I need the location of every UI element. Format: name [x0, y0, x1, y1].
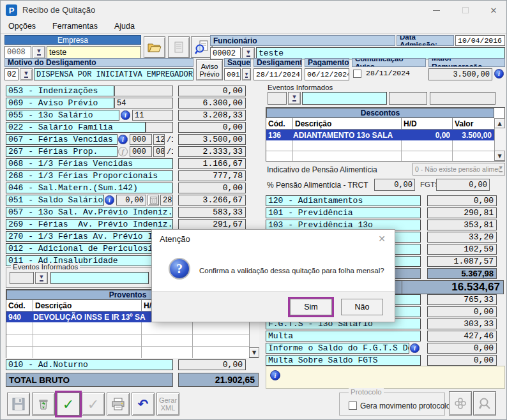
col-header-valor[interactable]: Valor [453, 118, 494, 130]
right-row-value[interactable]: 0,00 [427, 343, 497, 354]
event-value[interactable]: 777,78 [178, 170, 246, 181]
right-row-value[interactable]: 33,20 [427, 232, 497, 243]
event-field[interactable]: 11 [132, 110, 173, 121]
calendar-button[interactable] [148, 195, 159, 206]
formula-icon[interactable]: f [118, 147, 128, 156]
evento-desc-field[interactable] [302, 92, 387, 105]
event-value[interactable]: 1.166,67 [178, 158, 246, 169]
print-button[interactable] [107, 393, 130, 416]
event-field[interactable] [146, 122, 173, 133]
right-row-value[interactable]: 0,00 [427, 355, 497, 366]
event-field[interactable]: 000 [130, 146, 152, 157]
event-value[interactable]: 0,00 [178, 122, 246, 133]
menu-ajuda[interactable]: Ajuda [110, 20, 139, 33]
gerar-xml-button[interactable]: Gerar XML [156, 393, 179, 416]
validate-button[interactable]: ✓ [57, 393, 80, 416]
close-button[interactable]: ✕ [480, 1, 507, 20]
empty-cell[interactable] [142, 334, 193, 347]
empresa-name-field[interactable]: teste [47, 46, 141, 59]
motivo-code-field[interactable]: 02 [4, 68, 19, 80]
empty-cell[interactable] [193, 322, 249, 334]
desligamento-field[interactable]: 28/11/2024 [254, 68, 302, 80]
empty-cell[interactable] [266, 140, 293, 151]
maximize-button[interactable] [451, 1, 480, 20]
pensao-trct-field[interactable]: 0,00 [374, 179, 415, 191]
menu-opcoes[interactable]: Opções [4, 20, 40, 33]
right-row-value[interactable]: 1.087,57 [427, 256, 497, 267]
evento-code-field[interactable] [10, 272, 34, 284]
empresa-dropdown-button[interactable]: ▼ [33, 46, 45, 59]
empty-cell[interactable] [453, 140, 494, 151]
report-button[interactable] [168, 36, 190, 58]
event-field[interactable]: 28 [160, 195, 173, 206]
empty-cell[interactable] [142, 322, 193, 334]
evento-hd-field[interactable] [389, 92, 427, 105]
aviso-previo-button[interactable]: Aviso Prévio [196, 59, 223, 80]
empty-cell[interactable] [6, 322, 33, 334]
event-value[interactable]: 2.333,33 [178, 146, 246, 157]
event-field[interactable] [114, 86, 173, 96]
search-disabled-button[interactable] [473, 391, 496, 416]
event-field[interactable]: 000 [130, 134, 152, 145]
empty-cell[interactable] [193, 347, 249, 358]
maior-remuneracao-info-icon[interactable]: i [494, 69, 504, 79]
empty-cell[interactable] [33, 334, 142, 347]
delete-button[interactable] [32, 393, 55, 416]
right-row-value[interactable]: 303,33 [427, 319, 497, 329]
event-value[interactable]: 3.208,33 [178, 110, 246, 121]
empty-cell[interactable] [6, 334, 33, 347]
empty-cell[interactable] [402, 140, 453, 151]
info-icon[interactable]: i [105, 195, 114, 205]
right-row-value[interactable]: 353,81 [427, 220, 497, 230]
motivo-desc-field[interactable]: DISPENSA POR INICIATIVA EMPREGADOR [34, 68, 193, 80]
empty-cell[interactable] [402, 151, 453, 161]
fgts-percent-field[interactable]: 0,00 [436, 179, 490, 191]
protocolo-checkbox[interactable] [349, 401, 357, 410]
empty-cell[interactable] [33, 322, 142, 334]
event-value[interactable]: 3.266,67 [178, 195, 246, 206]
right-row-value[interactable]: 0,00 [427, 195, 497, 206]
evento-dropdown-button[interactable]: ▼ [288, 92, 301, 105]
right-row-value[interactable]: 427,46 [427, 331, 497, 341]
scroll-up-button[interactable]: ▲ [494, 118, 505, 128]
info-icon[interactable]: i [121, 110, 130, 120]
settings-button[interactable] [449, 391, 472, 416]
fgts-saldo-info-icon[interactable]: i [410, 343, 420, 353]
event-value[interactable]: 583,33 [178, 207, 246, 218]
saque-field[interactable]: 001 [224, 68, 241, 80]
empty-cell[interactable] [6, 347, 33, 358]
admissao-field[interactable]: 10/04/2016 [455, 35, 505, 46]
empty-cell[interactable] [142, 347, 193, 358]
info-icon[interactable]: i [118, 135, 128, 144]
dialog-no-button[interactable]: Não [341, 299, 383, 315]
event-field[interactable]: 0,00 [116, 195, 146, 206]
empty-cell[interactable] [33, 347, 142, 358]
search-record-button[interactable] [191, 36, 213, 58]
dialog-yes-button[interactable]: Sim [290, 299, 332, 315]
col-header-cod[interactable]: Cód. [266, 118, 293, 130]
motivo-dropdown-button[interactable]: ▼ [20, 68, 33, 80]
indicativo-pensao-select[interactable]: 0 - Não existe pensão alimentícia ▼ [412, 163, 505, 176]
right-row-value[interactable]: 102,59 [427, 244, 497, 255]
event-value[interactable]: 0,00 [178, 183, 246, 193]
right-row-value[interactable]: 0,00 [427, 306, 497, 317]
empresa-code-field[interactable]: 0008 [4, 46, 31, 59]
empty-cell[interactable] [293, 151, 402, 161]
col-header-cod[interactable]: Cód. [6, 300, 33, 311]
maior-remuneracao-field[interactable]: 3.500,00 [428, 68, 492, 80]
right-row-value[interactable]: 290,81 [427, 207, 497, 218]
empty-cell[interactable] [293, 140, 402, 151]
event-field[interactable]: 54 [114, 98, 173, 109]
evento-code-field[interactable] [268, 92, 287, 105]
menu-ferramentas[interactable]: Ferramentas [49, 20, 102, 33]
open-folder-button[interactable] [144, 36, 165, 58]
undo-button[interactable]: ↶ [132, 393, 155, 416]
scroll-down-button[interactable]: ▼ [494, 151, 505, 161]
event-value[interactable]: 291,67 [178, 219, 246, 230]
scroll-down-button[interactable]: ▼ [249, 347, 259, 357]
evento-desc-field[interactable] [50, 272, 149, 284]
event-value[interactable]: 3.500,00 [178, 134, 246, 145]
pagamento-field[interactable]: 06/12/2024 [305, 68, 349, 80]
event-field[interactable]: 08 [153, 146, 165, 157]
col-header-desc[interactable]: Descrição [33, 300, 142, 311]
